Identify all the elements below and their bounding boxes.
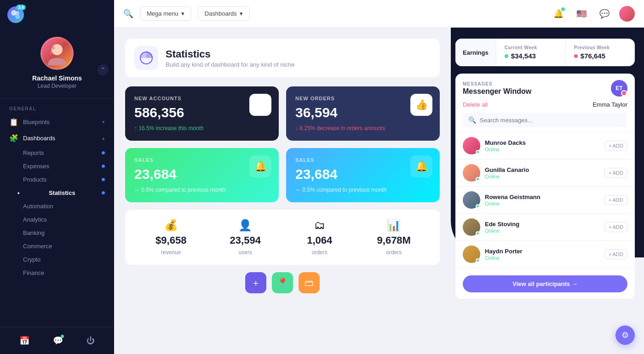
dashboards-label: Dashboards bbox=[23, 135, 55, 142]
profile-role: Lead Developer bbox=[38, 83, 77, 89]
sidebar-item-automation[interactable]: Automation bbox=[0, 200, 114, 213]
content-area: Statistics Build any kind of dashboard f… bbox=[114, 28, 644, 354]
table-button[interactable]: 🗃 bbox=[299, 272, 320, 293]
revenue-icon: 💰 bbox=[164, 219, 178, 232]
page-icon bbox=[134, 46, 158, 70]
chat-button[interactable]: 💬 bbox=[596, 6, 613, 22]
dashboards-menu-button[interactable]: Dashboards ▾ bbox=[198, 6, 250, 21]
add-button[interactable]: ＋ bbox=[245, 272, 266, 293]
power-icon[interactable]: ⏻ bbox=[84, 333, 98, 348]
user-avatar[interactable] bbox=[619, 6, 635, 22]
users-label: users bbox=[239, 249, 252, 256]
svg-point-3 bbox=[52, 44, 63, 55]
add-contact-button[interactable]: + ADD bbox=[604, 141, 627, 151]
list-item[interactable]: Munroe Dacks Online + ADD bbox=[455, 132, 635, 159]
expenses-dot bbox=[102, 165, 105, 168]
contact-status: Online bbox=[485, 228, 600, 234]
dashboards-menu-chevron-icon: ▾ bbox=[240, 10, 243, 17]
sales-blue-footer: ↔ 0.5% compared to previous month bbox=[295, 187, 431, 193]
metric-revenue: 💰 $9,658 revenue bbox=[136, 219, 206, 256]
current-week-dot bbox=[505, 54, 508, 58]
add-contact-button[interactable]: + ADD bbox=[604, 195, 627, 205]
sidebar-item-finance[interactable]: Finance bbox=[0, 266, 114, 280]
blueprints-icon: 📋 bbox=[9, 118, 18, 126]
previous-week-stat: Previous Week $76,645 bbox=[566, 39, 635, 66]
sidebar-item-reports[interactable]: Reports bbox=[0, 146, 114, 160]
previous-week-amount: $76,645 bbox=[574, 52, 627, 60]
messenger-widget: MESSAGES Messenger Window ET Delete all … bbox=[455, 74, 635, 299]
messenger-avatar-et[interactable]: ET bbox=[611, 80, 627, 97]
users-icon: 👤 bbox=[238, 219, 252, 232]
page-header: Statistics Build any kind of dashboard f… bbox=[125, 39, 440, 77]
list-item[interactable]: Rueben Hays Online bbox=[455, 268, 635, 270]
revenue-value: $9,658 bbox=[155, 234, 186, 246]
previous-week-dot bbox=[574, 54, 578, 58]
sidebar-item-products[interactable]: Products bbox=[0, 173, 114, 186]
online-dot bbox=[476, 177, 480, 181]
delete-all-button[interactable]: Delete all bbox=[463, 101, 488, 108]
sidebar-item-crypto[interactable]: Crypto bbox=[0, 253, 114, 266]
sales-green-icon: 🔔 bbox=[249, 155, 271, 177]
sidebar-item-commerce[interactable]: Commerce bbox=[0, 240, 114, 253]
sidebar-nav: 📋 Blueprints ▾ 🧩 Dashboards ▴ Reports Ex… bbox=[0, 114, 114, 327]
dashboards-icon: 🧩 bbox=[9, 134, 18, 143]
sidebar-item-expenses[interactable]: Expenses bbox=[0, 160, 114, 173]
sidebar: 3.0 Rachael Simons Lead Developer ⌃ GENE… bbox=[0, 0, 114, 354]
view-all-button[interactable]: View all participants → bbox=[463, 275, 627, 292]
calendar-icon[interactable]: 📅 bbox=[17, 333, 32, 348]
contact-status: Online bbox=[485, 174, 600, 179]
sidebar-item-dashboards[interactable]: 🧩 Dashboards ▴ bbox=[0, 130, 114, 146]
sidebar-item-statistics[interactable]: Statistics bbox=[0, 186, 114, 200]
profile-name: Rachael Simons bbox=[32, 74, 82, 82]
add-contact-button[interactable]: + ADD bbox=[604, 249, 627, 259]
sidebar-item-analytics[interactable]: Analytics bbox=[0, 213, 114, 226]
left-panel: Statistics Build any kind of dashboard f… bbox=[114, 28, 451, 354]
metric-orders: 🗂 1,064 orders bbox=[285, 219, 355, 256]
page-subtitle: Build any kind of dashboard for any kind… bbox=[166, 61, 294, 68]
profile-chevron-icon[interactable]: ⌃ bbox=[98, 64, 109, 75]
avatar bbox=[463, 164, 480, 182]
add-contact-button[interactable]: + ADD bbox=[604, 168, 627, 178]
dashboards-menu-label: Dashboards bbox=[205, 10, 237, 17]
notifications-button[interactable]: 🔔 bbox=[550, 6, 567, 22]
search-icon: 🔍 bbox=[468, 116, 476, 124]
online-dot bbox=[476, 204, 480, 208]
chevron-down-icon: ▾ bbox=[102, 119, 105, 125]
contact-name: Gunilla Canario bbox=[485, 166, 600, 173]
action-buttons: ＋ 📍 🗃 bbox=[125, 272, 440, 293]
location-button[interactable]: 📍 bbox=[272, 272, 293, 293]
current-week-label: Current Week bbox=[505, 45, 557, 50]
current-user-name: Emma Taylor bbox=[592, 101, 627, 108]
users-value: 23,594 bbox=[230, 234, 261, 246]
blueprints-label: Blueprints bbox=[23, 119, 50, 126]
user-profile: Rachael Simons Lead Developer ⌃ bbox=[0, 29, 114, 99]
metric-orders2: 📊 9,678M orders bbox=[359, 219, 429, 256]
avatar bbox=[463, 137, 480, 154]
topbar-left: 🔍 Mega menu ▾ Dashboards ▾ bbox=[123, 6, 250, 21]
list-item[interactable]: Rowena Geistmann Online + ADD bbox=[455, 186, 635, 213]
mega-menu-button[interactable]: Mega menu ▾ bbox=[140, 6, 191, 21]
sales-blue-icon: 🔔 bbox=[410, 155, 432, 177]
list-item[interactable]: Ede Stoving Online + ADD bbox=[455, 213, 635, 240]
chat-icon[interactable]: 💬 bbox=[50, 333, 66, 348]
sidebar-item-blueprints[interactable]: 📋 Blueprints ▾ bbox=[0, 114, 114, 130]
contact-info: Munroe Dacks Online bbox=[485, 139, 600, 152]
earnings-label: Earnings bbox=[455, 39, 496, 66]
messenger-actions: Delete all Emma Taylor bbox=[455, 101, 635, 113]
avatar bbox=[463, 246, 480, 263]
sidebar-logo: 3.0 bbox=[0, 0, 114, 29]
crypto-label: Crypto bbox=[23, 256, 40, 263]
page-title: Statistics bbox=[166, 48, 294, 60]
add-contact-button[interactable]: + ADD bbox=[604, 222, 627, 232]
flag-icon[interactable]: 🇺🇸 bbox=[573, 6, 590, 22]
sidebar-item-banking[interactable]: Banking bbox=[0, 226, 114, 240]
contact-status: Online bbox=[485, 201, 600, 206]
search-icon[interactable]: 🔍 bbox=[123, 9, 133, 19]
reports-dot bbox=[102, 151, 105, 154]
statistics-dot bbox=[102, 191, 105, 194]
settings-fab-button[interactable]: ⚙ bbox=[615, 325, 635, 345]
list-item[interactable]: Haydn Porter Online + ADD bbox=[455, 240, 635, 268]
list-item[interactable]: Gunilla Canario Online + ADD bbox=[455, 159, 635, 186]
current-week-amount: $34,543 bbox=[505, 52, 557, 60]
search-input[interactable] bbox=[480, 117, 622, 124]
